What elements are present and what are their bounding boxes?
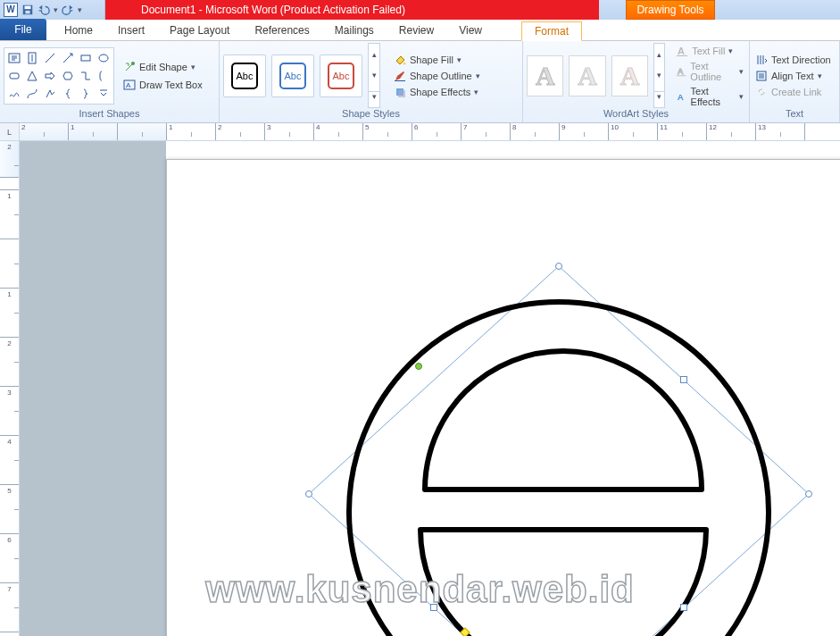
redo-icon[interactable]	[62, 4, 74, 16]
svg-rect-14	[398, 90, 405, 97]
group-label-shape-styles: Shape Styles	[223, 108, 519, 122]
svg-rect-5	[81, 55, 90, 61]
edit-shape-button[interactable]: Edit Shape ▾	[120, 59, 206, 75]
group-insert-shapes: Edit Shape ▾ A Draw Text Box Insert Shap…	[0, 41, 220, 122]
shape-line-icon[interactable]	[42, 50, 58, 66]
wordart-style-1[interactable]: A	[527, 55, 563, 96]
shape-scribble-icon[interactable]	[6, 86, 22, 102]
shape-block-arrow-icon[interactable]	[42, 68, 58, 84]
horizontal-ruler[interactable]: 2112345678910111213	[20, 123, 840, 141]
shape-rectangle-icon[interactable]	[78, 50, 94, 66]
ribbon: Edit Shape ▾ A Draw Text Box Insert Shap…	[0, 41, 840, 123]
svg-point-11	[403, 62, 406, 64]
tab-home[interactable]: Home	[52, 21, 105, 40]
create-link-button: Create Link	[753, 85, 833, 99]
vertical-ruler[interactable]: 2112345678910	[0, 141, 20, 636]
title-gap	[599, 0, 626, 20]
text-effects-button[interactable]: A Text Effects▾	[674, 85, 745, 108]
shapes-gallery[interactable]	[4, 47, 114, 105]
shape-hexagon-icon[interactable]	[60, 68, 76, 84]
svg-rect-16	[677, 55, 687, 56]
edit-shape-icon	[123, 61, 136, 73]
tab-page-layout[interactable]: Page Layout	[157, 21, 242, 40]
text-outline-button: A Text Outline▾	[674, 60, 745, 83]
text-fill-button: A Text Fill▾	[674, 44, 745, 58]
shape-arrow-icon[interactable]	[60, 50, 76, 66]
edit-shape-label: Edit Shape	[139, 62, 187, 72]
shape-outline-button[interactable]: Shape Outline▾	[391, 69, 483, 83]
svg-point-6	[99, 54, 108, 62]
title-bar: W ▾ ▾ Document1 - Microsoft Word (Produc…	[0, 0, 840, 20]
group-label-insert-shapes: Insert Shapes	[4, 108, 215, 122]
group-label-wordart: WordArt Styles	[527, 108, 745, 122]
shape-vertical-text-icon[interactable]	[24, 50, 40, 66]
undo-icon[interactable]	[37, 4, 50, 16]
shape-triangle-icon[interactable]	[24, 68, 40, 84]
title-tail	[715, 0, 840, 20]
shape-bracket-icon[interactable]	[96, 68, 112, 84]
shape-oval-icon[interactable]	[96, 50, 112, 66]
tab-format[interactable]: Format	[521, 21, 582, 41]
svg-text:A: A	[126, 81, 131, 89]
tab-review[interactable]: Review	[387, 21, 446, 40]
shape-elbow-connector-icon[interactable]	[78, 68, 94, 84]
shape-style-2[interactable]: Abc	[271, 54, 314, 97]
tab-mailings[interactable]: Mailings	[322, 21, 387, 40]
group-text: Text Direction Align Text▾ Create Link T…	[750, 41, 840, 122]
ruler-corner[interactable]: L	[0, 123, 20, 141]
shape-brace-icon[interactable]	[60, 86, 76, 102]
paint-bucket-icon	[394, 54, 406, 66]
page-margin-gray	[20, 141, 166, 636]
shape-style-3[interactable]: Abc	[320, 54, 362, 97]
svg-text:A: A	[678, 66, 684, 76]
wordart-more-icon[interactable]: ▴▾▾	[653, 43, 665, 108]
gallery-more-icon[interactable]	[96, 86, 112, 102]
svg-rect-2	[25, 11, 29, 14]
shape-right-brace-icon[interactable]	[78, 86, 94, 102]
tab-insert[interactable]: Insert	[105, 21, 157, 40]
wordart-style-3[interactable]: A	[611, 55, 648, 96]
text-direction-icon	[755, 54, 768, 66]
draw-text-box-button[interactable]: A Draw Text Box	[120, 77, 206, 93]
svg-text:A: A	[678, 46, 685, 56]
shape-effects-button[interactable]: Shape Effects▾	[391, 85, 483, 99]
quick-access-toolbar: W ▾ ▾	[0, 0, 105, 20]
group-label-text: Text	[753, 108, 836, 122]
save-icon[interactable]	[21, 4, 34, 16]
contextual-tab-title: Drawing Tools	[626, 0, 715, 20]
text-effects-icon: A	[676, 90, 686, 103]
undo-dropdown-icon[interactable]: ▾	[54, 5, 58, 14]
word-app-icon[interactable]: W	[4, 3, 18, 17]
shape-fill-button[interactable]: Shape Fill▾	[391, 53, 483, 67]
svg-rect-1	[25, 6, 31, 10]
shape-style-1[interactable]: Abc	[223, 54, 266, 97]
svg-rect-18	[677, 75, 686, 76]
align-text-icon	[755, 70, 768, 82]
shape-curve-icon[interactable]	[24, 86, 40, 102]
tab-view[interactable]: View	[446, 21, 495, 40]
group-wordart-styles: A A A ▴▾▾ A Text Fill▾ A Text Outline▾ A…	[523, 41, 750, 122]
shape-styles-more-icon[interactable]: ▴▾▾	[368, 43, 380, 108]
tab-references[interactable]: References	[242, 21, 321, 40]
svg-text:A: A	[678, 91, 684, 101]
shape-text-box-icon[interactable]	[6, 50, 22, 66]
effects-icon	[394, 86, 406, 98]
group-shape-styles: Abc Abc Abc ▴▾▾ Shape Fill▾ Shape Outlin…	[220, 41, 523, 122]
align-text-button[interactable]: Align Text▾	[753, 69, 833, 83]
svg-rect-12	[395, 80, 405, 81]
wordart-style-2[interactable]: A	[569, 55, 605, 96]
svg-point-8	[131, 62, 135, 65]
pencil-icon	[394, 70, 406, 82]
draw-text-box-label: Draw Text Box	[139, 80, 203, 90]
file-tab[interactable]: File	[0, 19, 46, 40]
shape-rounded-rect-icon[interactable]	[6, 68, 22, 84]
svg-rect-7	[10, 73, 19, 79]
text-fill-icon: A	[676, 45, 688, 57]
document-area: L 2112345678910111213 2112345678910	[0, 123, 840, 636]
shape-freeform-icon[interactable]	[42, 86, 58, 102]
text-direction-button[interactable]: Text Direction	[753, 53, 833, 67]
page[interactable]	[166, 159, 840, 636]
link-icon	[755, 86, 768, 98]
qat-customize-icon[interactable]: ▾	[78, 5, 82, 14]
chevron-down-icon: ▾	[191, 63, 195, 71]
